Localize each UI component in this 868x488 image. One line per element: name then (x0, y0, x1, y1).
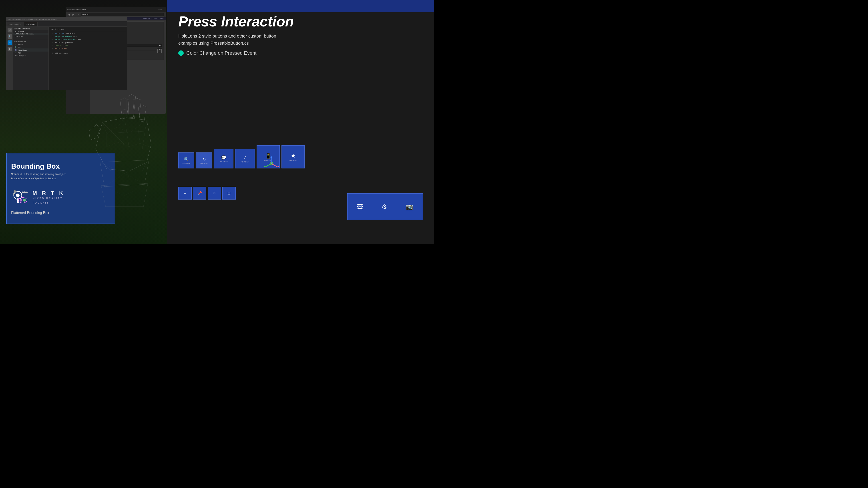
bb-code: BoundsControl.cs + ObjectManipulator.cs (11, 177, 110, 180)
vscode-explorer-icon[interactable]: ⎇ (7, 28, 12, 32)
bb-footer: Flattened Bounding Box (11, 211, 110, 215)
search-icon: 🔍 (184, 157, 189, 162)
online-link[interactable]: Online (151, 18, 158, 19)
browser-titlebar: Windows Device Portal — □ ✕ (66, 7, 166, 12)
toolbar-btn-close[interactable]: ✕ (208, 187, 221, 200)
vscode-platform-vs[interactable]: ⊡ Visual Studio (13, 48, 49, 52)
mrtk-name-line1: MIXED REALITY (32, 196, 110, 201)
mr-main-content: Press Interaction HoloLens 2 style butto… (178, 13, 430, 56)
svg-point-5 (20, 199, 22, 201)
btn3-size-label: 40x40mm (220, 160, 227, 162)
vscode-tree-item-2[interactable]: Custom Box (13, 35, 49, 38)
vscode-platform-android[interactable]: ☰ Android (13, 43, 49, 46)
vscode-search-icon[interactable]: 🔍 (7, 34, 12, 39)
bounding-box-panel: Bounding Box Standard UI for resizing an… (6, 153, 115, 224)
hex-icon: ⬡ (227, 191, 230, 195)
color-change-text: Color Change on Pressed Event (186, 50, 256, 56)
vscode-editor: Build Settings 1Build Type 1337 Project … (49, 27, 127, 90)
press-interaction-title: Press Interaction (178, 13, 430, 30)
vscode-tab-0[interactable]: Package Manager (6, 22, 24, 27)
big-blue-btn-1[interactable]: 🖼 ⚙ 📷 (347, 193, 423, 220)
svg-rect-7 (22, 192, 28, 193)
check-icon: ✓ (243, 155, 247, 160)
feedback-link[interactable]: Feedback (142, 18, 151, 19)
mrtk-logo-svg (11, 189, 29, 206)
btn6-size-label: 48x48mm (289, 160, 297, 162)
svg-point-6 (23, 199, 26, 201)
color-dot (178, 51, 184, 56)
press-subtitle-line1: HoloLens 2 style buttons and other custo… (178, 32, 334, 39)
btn2-size-label: 32x32mm (200, 162, 208, 164)
mrtk-text-block: M R T K MIXED REALITY TOOLKIT (32, 190, 110, 205)
close-icon: ✕ (213, 191, 216, 196)
mr-button-message[interactable]: 💬 40x40mm (214, 149, 234, 168)
svg-line-16 (271, 164, 278, 167)
message-icon: 💬 (221, 155, 226, 160)
color-change-row: Color Change on Pressed Event (178, 50, 430, 56)
bb-title: Bounding Box (11, 162, 110, 170)
bb-subtitle: Standard UI for resizing and rotating an… (11, 172, 110, 176)
toolbar-row: ＋ 📌 ✕ ⬡ (178, 187, 236, 200)
browser-address-text: 127.0.0.1 (82, 13, 89, 15)
mr-button-refresh[interactable]: ↻ 32x32mm (196, 153, 212, 168)
vscode-sidebar: SCENES IN BUILD ▶ CustomBx MRTX.sln Demo… (13, 27, 49, 90)
vscode-debug-icon[interactable]: ▶ (7, 47, 12, 51)
vscode-git-icon[interactable]: ⌥ (7, 40, 12, 45)
svg-marker-19 (270, 156, 272, 158)
vscode-activity-bar: ⎇ 🔍 ⌥ ▶ (6, 27, 13, 90)
camera-icon: 📷 (406, 203, 413, 210)
vscode-platform-ios[interactable]: ☰ iOS (13, 46, 49, 48)
vscode-tree-item-0[interactable]: ▶ CustomBx (13, 30, 49, 33)
btn1-size-label: 32x32mm (182, 162, 190, 164)
vscode-content: ⎇ 🔍 ⌥ ▶ SCENES IN BUILD ▶ CustomBx MRTX.… (6, 27, 127, 90)
mrtk-letters: M R T K (32, 190, 110, 196)
browser-address-bar[interactable]: 127.0.0.1 (81, 13, 164, 17)
vscode-tabs: Package Manager Print Settings (6, 21, 127, 27)
gear-icon: ⚙ (381, 203, 387, 210)
browser-window-controls: — □ ✕ (158, 8, 164, 11)
mr-button-star[interactable]: ★ 48x48mm (281, 145, 305, 168)
browser-tab-title: Windows Device Portal (67, 9, 86, 11)
star-icon: ★ (290, 152, 296, 159)
bb-panel-content: Bounding Box Standard UI for resizing an… (7, 153, 115, 224)
browser-refresh-btn[interactable]: ↺ (76, 13, 80, 16)
toolbar-btn-hex[interactable]: ⬡ (222, 187, 236, 200)
refresh-icon: ↻ (203, 157, 206, 162)
browser-forward-btn[interactable]: ▶ (72, 13, 75, 16)
mrtk-name-line2: TOOLKIT (32, 201, 110, 205)
svg-point-2 (16, 194, 20, 197)
cool-link[interactable]: Cool (159, 18, 165, 19)
plus-icon: ＋ (183, 190, 187, 196)
svg-line-20 (265, 164, 271, 167)
mrtk-logo-row: M R T K MIXED REALITY TOOLKIT (11, 189, 110, 206)
mrc-spinner (157, 49, 162, 53)
toolbar-btn-add[interactable]: ＋ (178, 187, 192, 200)
vscode-window: MRTX.sln - Demo/Scenes/Tracking/Scenes/H… (6, 17, 127, 90)
bottom-right-panel: 🖼 ⚙ 📷 (347, 193, 423, 222)
vscode-title: MRTX.sln - Demo/Scenes/Tracking/Scenes/H… (8, 19, 125, 20)
press-subtitle-line2: examples using PressableButton.cs (178, 39, 334, 47)
axes-widget (263, 155, 281, 173)
toolbar-btn-pin[interactable]: 📌 (193, 187, 206, 200)
vscode-tab-1[interactable]: Print Settings (24, 22, 38, 27)
axes-svg (263, 155, 281, 173)
pin-icon: 📌 (197, 191, 202, 195)
mr-scene-topbar (167, 0, 434, 12)
image-icon: 🖼 (357, 203, 363, 210)
vscode-scenes-title: SCENES IN BUILD (13, 27, 49, 30)
vscode-titlebar: MRTX.sln - Demo/Scenes/Tracking/Scenes/H… (6, 17, 127, 21)
vscode-platform-ps4[interactable]: ☰ PS4 (13, 52, 49, 54)
browser-back-btn[interactable]: ◀ (67, 13, 70, 16)
button-grid-row: 🔍 32x32mm ↻ 32x32mm 💬 40x40mm ✓ 40x40mm … (178, 145, 305, 168)
mr-button-search[interactable]: 🔍 32x32mm (178, 153, 194, 168)
vscode-tree-item-1[interactable]: MRTX.sln Demo/Scenes/... (13, 33, 49, 35)
btn4-size-label: 40x40mm (241, 161, 249, 163)
mr-button-check[interactable]: ✓ 40x40mm (235, 149, 255, 168)
mr-scene: Press Interaction HoloLens 2 style butto… (167, 0, 434, 244)
vscode-platform-ios-legacy[interactable]: iOS Legacy PS4 (13, 54, 49, 57)
